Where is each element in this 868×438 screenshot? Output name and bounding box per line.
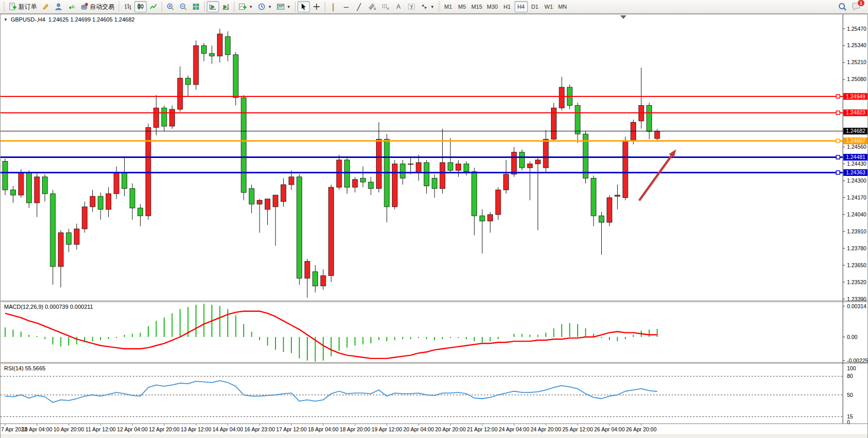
candle-body	[631, 122, 636, 140]
candle-body	[233, 55, 239, 98]
candle-body	[186, 78, 191, 85]
line-chart-button[interactable]	[147, 1, 160, 12]
zoom-out-button[interactable]	[177, 1, 189, 12]
svg-text:1.24430: 1.24430	[847, 161, 866, 167]
chart-shift-button[interactable]	[220, 1, 232, 12]
candle-body	[615, 195, 620, 196]
candle-body	[34, 177, 40, 203]
toolbar-grip[interactable]	[118, 2, 120, 12]
candle-body	[305, 262, 310, 278]
text-icon: A	[397, 4, 401, 10]
candle-body	[297, 177, 302, 278]
period-button-M15[interactable]: M15	[469, 1, 484, 12]
text-label-button[interactable]: T	[405, 1, 418, 12]
new-order-icon	[9, 3, 17, 11]
channel-icon: E	[368, 3, 377, 11]
notifications-button[interactable]: 1	[850, 1, 863, 12]
equidistant-channel-button[interactable]: E	[366, 1, 379, 12]
period-button-W1[interactable]: W1	[542, 1, 556, 12]
macd-axis-label: 0.00314	[847, 303, 866, 309]
toolbar-grip[interactable]	[3, 2, 5, 12]
candle-body	[655, 131, 660, 138]
candle-body	[90, 196, 95, 207]
chevron-down-icon: ▼	[430, 5, 435, 9]
styler-button[interactable]	[40, 1, 52, 12]
time-label: 18 Apr 20:00	[340, 426, 370, 432]
candlestick-chart-button[interactable]	[134, 1, 147, 12]
templates-button[interactable]: ▼	[274, 1, 293, 12]
indicators-button[interactable]: ▼	[236, 1, 255, 12]
symbol-period-label: GBPUSD-,H4	[11, 16, 45, 23]
trendline-button[interactable]: ╱	[353, 1, 365, 12]
candle-body	[527, 164, 532, 168]
candle-body	[416, 163, 421, 173]
period-button-M1[interactable]: M1	[442, 1, 455, 12]
zoom-in-button[interactable]	[164, 1, 176, 12]
candle-body	[520, 152, 525, 168]
signal-icon	[67, 3, 75, 11]
svg-text:1.23780: 1.23780	[847, 245, 866, 251]
candle-body	[591, 178, 596, 215]
period-button-H4[interactable]: H4	[515, 1, 528, 12]
period-button-M5[interactable]: M5	[456, 1, 469, 12]
cursor-button[interactable]	[298, 1, 310, 12]
candle-body	[464, 164, 469, 172]
tile-windows-button[interactable]	[190, 1, 202, 12]
chart-canvas[interactable]: 1.254701.253401.252101.250801.249501.248…	[0, 14, 868, 438]
notification-badge: 1	[857, 0, 865, 7]
tile-windows-icon	[192, 3, 200, 11]
candle-body	[162, 108, 167, 126]
toolbar-grip[interactable]	[438, 2, 440, 12]
signal-button[interactable]	[65, 1, 77, 12]
autotrade-button[interactable]: 自动交易	[78, 1, 116, 12]
candle-body	[98, 196, 103, 209]
candle-body	[273, 195, 278, 207]
auto-scroll-button[interactable]	[207, 1, 219, 12]
time-label: 19 Apr 12:00	[371, 426, 402, 432]
periods-button[interactable]: ▼	[255, 1, 274, 12]
chart-menu-arrow-icon[interactable]: ▼	[4, 17, 8, 22]
candle-body	[193, 46, 199, 85]
period-button-MN[interactable]: MN	[556, 1, 569, 12]
time-label: 12 Apr 04:00	[117, 426, 148, 432]
bars-chart-button[interactable]	[122, 1, 134, 12]
period-button-D1[interactable]: D1	[528, 1, 542, 12]
candle-body	[225, 36, 230, 54]
candle-body	[377, 139, 382, 188]
svg-text:1.24607: 1.24607	[846, 137, 865, 144]
period-button-H1[interactable]: H1	[501, 1, 514, 12]
vertical-line-button[interactable]: │	[327, 1, 340, 12]
line-chart-icon	[149, 3, 157, 11]
candle-body	[249, 189, 254, 204]
candle-body	[3, 161, 8, 190]
svg-text:1.23910: 1.23910	[847, 228, 866, 234]
profile-button[interactable]	[52, 1, 65, 12]
period-button-M30[interactable]: M30	[485, 1, 500, 12]
search-button[interactable]	[836, 1, 849, 12]
ohlc-values: 1.24625 1.24699 1.24605 1.24682	[48, 16, 134, 23]
horizontal-line-button[interactable]: ─	[340, 1, 352, 12]
crosshair-button[interactable]	[310, 1, 323, 12]
svg-text:F: F	[387, 7, 389, 10]
horizontal-line-icon: ─	[344, 4, 348, 10]
svg-text:1.25210: 1.25210	[847, 59, 866, 65]
time-label: 24 Apr 20:00	[530, 426, 561, 432]
arrows-button[interactable]: ▼	[418, 1, 437, 12]
candle-body	[43, 177, 48, 194]
svg-text:1.23650: 1.23650	[847, 262, 866, 268]
svg-text:1.24363: 1.24363	[846, 169, 865, 175]
svg-text:1.25340: 1.25340	[847, 42, 866, 48]
auto-scroll-icon	[209, 3, 217, 11]
trendline-icon: ╱	[357, 4, 361, 10]
symbol-title[interactable]: ▼ GBPUSD-,H4 1.24625 1.24699 1.24605 1.2…	[4, 16, 134, 23]
fibonacci-button[interactable]: F	[379, 1, 392, 12]
toolbar-separator	[295, 2, 295, 12]
candle-body	[647, 105, 652, 131]
time-label: 20 Apr 04:00	[403, 426, 434, 432]
text-button[interactable]: A	[392, 1, 405, 12]
candle-body	[575, 105, 580, 134]
candle-body	[154, 108, 159, 128]
profile-icon	[54, 3, 63, 11]
autotrade-label: 自动交易	[90, 3, 114, 11]
new-order-button[interactable]: 新订单	[7, 1, 39, 12]
